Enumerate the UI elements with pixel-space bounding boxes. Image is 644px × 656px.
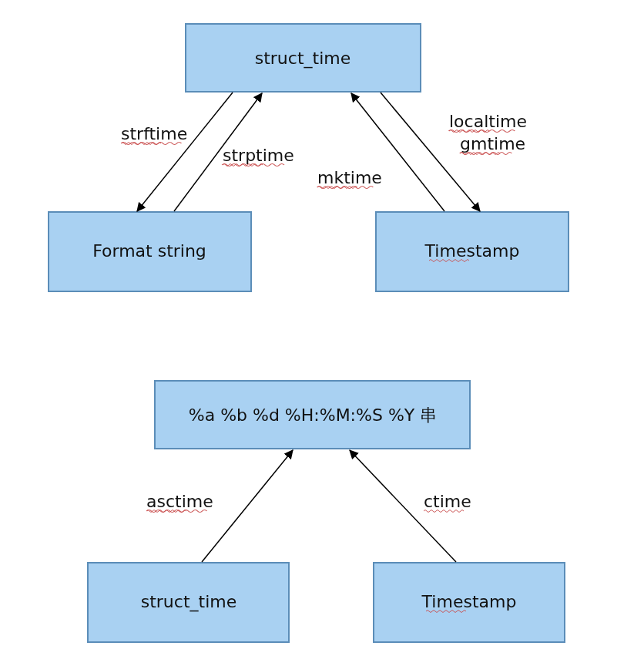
label-asctime: asctime xyxy=(146,492,213,511)
box-struct-time-2-label: struct_time xyxy=(141,592,237,612)
label-strftime: strftime xyxy=(121,124,187,143)
label-gmtime: gmtime xyxy=(460,134,525,153)
box-timestamp-1-label: Timestamp xyxy=(424,241,520,261)
box-format-string-label: Format string xyxy=(92,241,206,261)
box-struct-time-1-label: struct_time xyxy=(255,49,351,69)
label-localtime: localtime xyxy=(449,112,527,131)
label-strptime: strptime xyxy=(223,146,294,165)
label-ctime: ctime xyxy=(424,492,471,511)
arrow-asctime xyxy=(202,450,293,562)
box-timestamp-2-label: Timestamp xyxy=(421,592,517,611)
box-format-pattern-label: %a %b %d %H:%M:%S %Y 串 xyxy=(189,405,437,425)
label-mktime: mktime xyxy=(317,168,382,187)
